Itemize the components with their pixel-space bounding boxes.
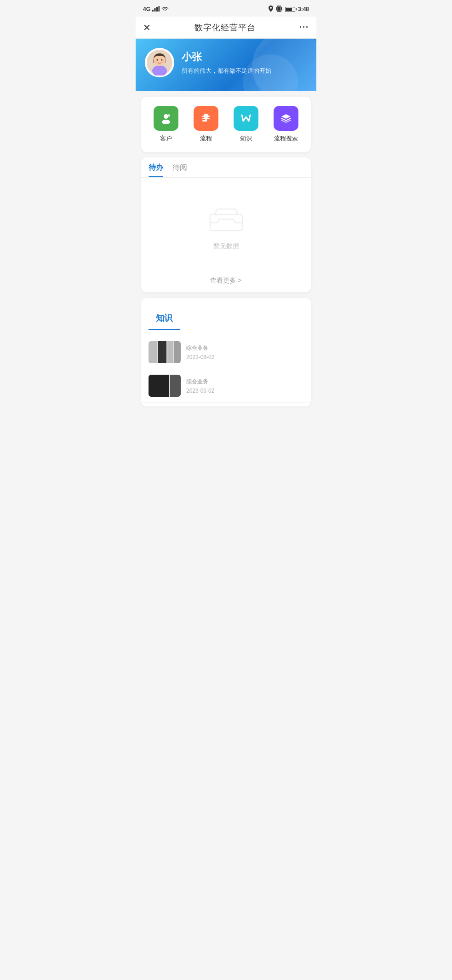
close-button[interactable]: ✕ — [143, 22, 151, 33]
svg-point-18 — [167, 114, 170, 117]
process-search-icon-wrap — [274, 106, 298, 131]
knowledge-thumb-1 — [149, 341, 181, 363]
status-left: 4G — [143, 6, 169, 13]
more-button[interactable]: ··· — [299, 23, 309, 32]
svg-point-17 — [162, 120, 170, 124]
knowledge-label: 知识 — [240, 134, 252, 143]
svg-rect-6 — [278, 6, 280, 11]
vibrate-icon — [276, 6, 282, 13]
svg-point-13 — [161, 59, 163, 61]
customer-icon-wrap — [154, 106, 178, 131]
knowledge-date-2: 2023-06-02 — [186, 388, 303, 394]
quick-actions-card: 客户 流程 — [141, 97, 311, 152]
svg-rect-0 — [152, 10, 154, 12]
knowledge-category-2: 综合业务 — [186, 378, 303, 386]
action-process-search[interactable]: 流程搜索 — [274, 106, 298, 143]
knowledge-icon — [240, 112, 252, 125]
hero-banner: 小张 所有的伟大，都有微不足道的开始 — [136, 39, 316, 91]
knowledge-card: 知识 综合业务 2023-06-02 综合业务 2023-06-02 — [141, 298, 311, 406]
knowledge-category-1: 综合业务 — [186, 344, 303, 352]
todo-card: 待办 待阅 暂无数据 查看更多 > — [141, 157, 311, 292]
svg-rect-8 — [281, 7, 282, 10]
svg-point-14 — [154, 61, 157, 63]
svg-rect-23 — [205, 119, 207, 122]
page-title: 数字化经营平台 — [195, 22, 256, 33]
wifi-icon — [161, 6, 169, 13]
status-bar: 4G — [136, 0, 316, 17]
status-right: 3:48 — [269, 6, 309, 13]
svg-point-15 — [162, 61, 165, 63]
customer-label: 客户 — [160, 134, 172, 143]
quick-actions-grid: 客户 流程 — [146, 106, 306, 143]
process-label: 流程 — [200, 134, 212, 143]
process-search-icon — [280, 112, 292, 125]
action-customer[interactable]: 客户 — [154, 106, 178, 143]
process-icon-wrap — [194, 106, 218, 131]
knowledge-meta-1: 综合业务 2023-06-02 — [186, 344, 303, 360]
knowledge-item-1[interactable]: 综合业务 2023-06-02 — [141, 336, 311, 369]
empty-text: 暂无数据 — [213, 242, 239, 250]
empty-state: 暂无数据 — [141, 178, 311, 269]
avatar — [145, 48, 174, 77]
knowledge-thumb-2 — [149, 375, 181, 397]
knowledge-item-2[interactable]: 综合业务 2023-06-02 — [141, 369, 311, 403]
knowledge-meta-2: 综合业务 2023-06-02 — [186, 378, 303, 394]
customer-icon — [160, 112, 172, 125]
svg-rect-3 — [159, 6, 160, 12]
view-more-button[interactable]: 查看更多 > — [141, 269, 311, 292]
battery-fill — [286, 8, 292, 11]
action-process[interactable]: 流程 — [194, 106, 218, 143]
knowledge-icon-wrap — [234, 106, 258, 131]
svg-point-4 — [270, 7, 272, 9]
knowledge-section-title: 知识 — [149, 305, 180, 330]
signal-bars — [152, 6, 160, 13]
process-search-label: 流程搜索 — [274, 134, 298, 143]
location-icon — [269, 6, 273, 13]
nav-bar: ✕ 数字化经营平台 ··· — [136, 17, 316, 39]
svg-point-12 — [157, 59, 158, 61]
time-display: 3:48 — [298, 6, 309, 12]
tabs-header: 待办 待阅 — [141, 157, 311, 178]
hero-username: 小张 — [182, 50, 271, 64]
process-icon — [200, 112, 212, 125]
signal-text: 4G — [143, 6, 150, 12]
knowledge-section-header: 知识 — [141, 298, 311, 336]
svg-rect-2 — [156, 7, 158, 12]
battery-icon — [285, 7, 295, 12]
hero-text: 小张 所有的伟大，都有微不足道的开始 — [182, 50, 271, 75]
svg-rect-1 — [154, 8, 156, 12]
tab-toread[interactable]: 待阅 — [172, 157, 187, 177]
action-knowledge[interactable]: 知识 — [234, 106, 258, 143]
knowledge-date-1: 2023-06-02 — [186, 354, 303, 360]
empty-tray-icon — [208, 205, 245, 235]
tab-todo[interactable]: 待办 — [149, 157, 163, 177]
svg-rect-7 — [276, 7, 277, 10]
hero-subtitle: 所有的伟大，都有微不足道的开始 — [182, 67, 271, 75]
